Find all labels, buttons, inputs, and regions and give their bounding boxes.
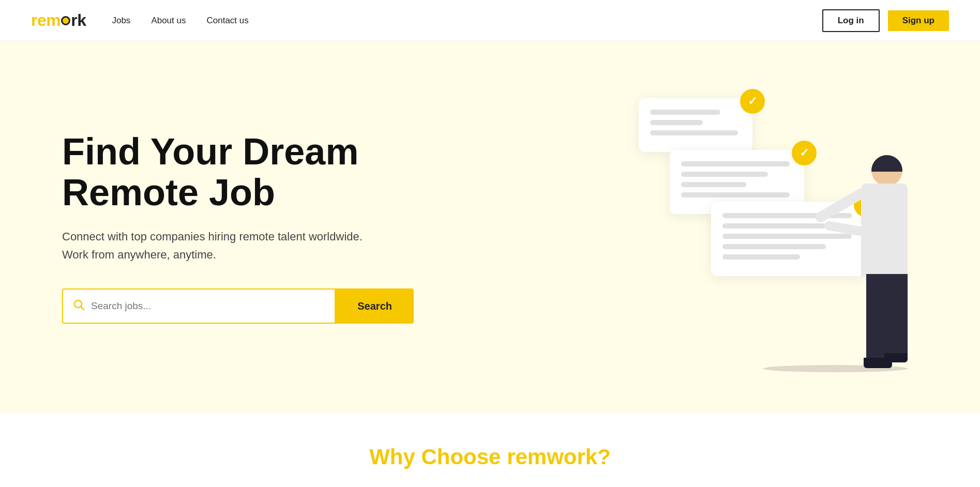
login-button[interactable]: Log in	[822, 9, 880, 32]
header-right: Log in Sign up	[822, 9, 949, 32]
person-illustration	[825, 155, 908, 372]
hero-subtitle-line2: Work from anywhere, anytime.	[62, 248, 216, 261]
doc-line	[681, 161, 790, 166]
why-section: Why Choose remwork?	[0, 414, 980, 487]
checkmark-2: ✓	[792, 141, 817, 165]
search-input[interactable]	[91, 300, 325, 312]
header: remrk Jobs About us Contact us Log in Si…	[0, 0, 980, 41]
document-1	[639, 98, 752, 152]
search-input-wrapper	[62, 288, 336, 324]
person-body	[861, 184, 908, 277]
header-left: remrk Jobs About us Contact us	[31, 11, 249, 30]
person-arm-down	[824, 220, 866, 237]
doc-line	[681, 192, 790, 197]
main-nav: Jobs About us Contact us	[112, 16, 248, 26]
person-pants-right	[886, 274, 908, 357]
nav-item-about[interactable]: About us	[151, 16, 186, 26]
doc-line	[681, 182, 746, 187]
doc-line	[650, 120, 703, 125]
checkmark-1: ✓	[740, 89, 765, 114]
hero-content: Find Your Dream Remote Job Connect with …	[62, 131, 414, 324]
nav-link-jobs[interactable]: Jobs	[112, 16, 130, 25]
hero-title-line1: Find Your Dream	[62, 131, 358, 172]
search-icon	[72, 298, 85, 314]
person-pants-left	[866, 274, 888, 362]
hero-illustration: ✓ ✓ ✓	[559, 83, 918, 372]
logo-o-icon	[61, 16, 70, 25]
svg-line-1	[81, 307, 84, 310]
person-hair	[871, 155, 902, 172]
nav-item-contact[interactable]: Contact us	[206, 16, 248, 26]
search-button[interactable]: Search	[336, 288, 414, 324]
nav-link-about[interactable]: About us	[151, 16, 186, 25]
logo[interactable]: remrk	[31, 11, 86, 30]
hero-subtitle-line1: Connect with top companies hiring remote…	[62, 230, 363, 243]
nav-link-contact[interactable]: Contact us	[206, 16, 248, 25]
nav-item-jobs[interactable]: Jobs	[112, 16, 130, 26]
hero-title-line2: Remote Job	[62, 172, 275, 213]
why-title: Why Choose remwork?	[62, 445, 918, 469]
signup-button[interactable]: Sign up	[888, 10, 949, 31]
hero-subtitle: Connect with top companies hiring remote…	[62, 227, 414, 264]
doc-line	[650, 130, 738, 135]
logo-rem: rem	[31, 11, 61, 29]
nav-list: Jobs About us Contact us	[112, 16, 248, 26]
doc-line	[650, 110, 720, 115]
hero-title: Find Your Dream Remote Job	[62, 131, 414, 213]
search-bar: Search	[62, 288, 414, 324]
hero-section: Find Your Dream Remote Job Connect with …	[0, 41, 980, 414]
doc-line	[722, 244, 826, 249]
doc-line	[681, 172, 768, 177]
doc-line	[722, 254, 800, 260]
logo-rk: rk	[71, 11, 86, 29]
person-shoe-right	[884, 353, 908, 362]
doc-line	[722, 223, 826, 229]
